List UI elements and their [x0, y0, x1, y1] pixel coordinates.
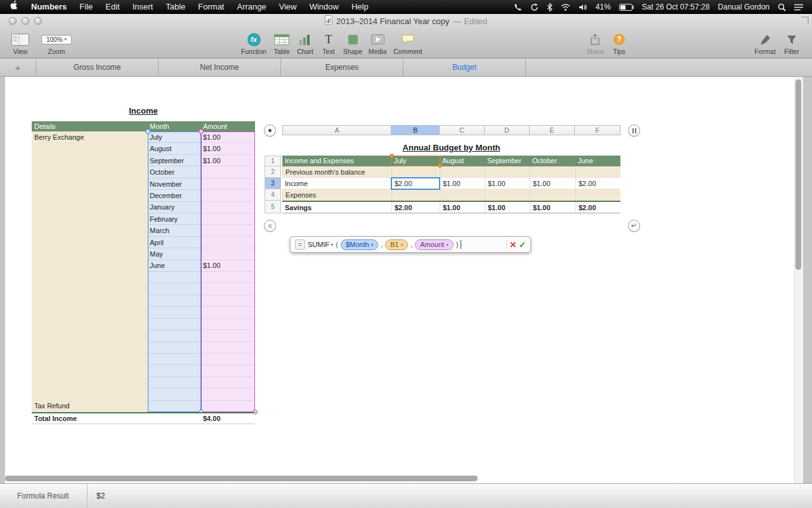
menu-insert[interactable]: Insert [126, 0, 160, 14]
header-month[interactable]: Month [148, 121, 201, 131]
column-ref-c[interactable]: C [440, 126, 485, 135]
cell-b5[interactable]: $2.00 [391, 202, 440, 213]
formula-grip-icon[interactable]: = [295, 239, 305, 250]
total-label[interactable]: Total Income [32, 413, 148, 424]
tab-net-income[interactable]: Net Income [159, 58, 281, 76]
cell-c3[interactable]: $1.00 [440, 178, 485, 189]
text-button[interactable]: T Text [317, 32, 340, 55]
menu-file[interactable]: File [73, 0, 99, 14]
zoom-control[interactable]: 100% ▾ Zoom [39, 32, 74, 55]
window-resize-grip[interactable] [801, 17, 809, 24]
cell-details[interactable] [32, 225, 148, 236]
tab-expenses[interactable]: Expenses [281, 58, 403, 76]
cell-details[interactable] [32, 260, 148, 271]
column-ref-e[interactable]: E [530, 126, 575, 135]
cell-details[interactable]: Tax Refund [32, 400, 148, 411]
row-ref-4[interactable]: 4 [265, 189, 280, 201]
zoom-window-button[interactable] [34, 17, 42, 25]
menu-arrange[interactable]: Arrange [230, 0, 272, 14]
cell-d4[interactable] [485, 189, 530, 201]
formula-editor[interactable]: = SUMIF ▾ ( $Month ▾ , B1 ▾ , Amount ▾ )… [290, 236, 531, 253]
cell-a3[interactable]: Income [282, 178, 391, 189]
menu-table[interactable]: Table [159, 0, 192, 14]
tab-budget[interactable]: Budget [403, 58, 526, 76]
cell-e5[interactable]: $1.00 [530, 202, 575, 213]
header-details[interactable]: Details [32, 121, 148, 131]
cell-details[interactable] [32, 201, 148, 213]
row-ref-5[interactable]: 5 [265, 201, 280, 213]
cell-details[interactable] [32, 166, 148, 178]
battery-icon[interactable] [619, 4, 634, 11]
shape-button[interactable]: Shape [340, 32, 365, 55]
reference-handle[interactable] [438, 163, 442, 168]
horizontal-scrollbar-thumb[interactable] [5, 476, 478, 481]
cell-e1[interactable]: October [530, 156, 575, 166]
cell-b2[interactable] [391, 166, 440, 177]
menu-edit[interactable]: Edit [99, 0, 126, 14]
menu-format[interactable]: Format [192, 0, 230, 14]
chart-button[interactable]: Chart [293, 32, 317, 55]
cell-c2[interactable] [440, 166, 485, 177]
formula-arg-b1[interactable]: B1 ▾ [385, 239, 408, 250]
cell-f1[interactable]: June [575, 156, 620, 166]
total-amount[interactable]: $4.00 [201, 413, 255, 424]
function-button[interactable]: fx Function [239, 32, 268, 55]
accept-formula-button[interactable]: ✓ [519, 240, 526, 250]
format-button[interactable]: Format [750, 32, 780, 55]
cell-a5[interactable]: Savings [282, 202, 391, 213]
menu-window[interactable]: Window [303, 0, 345, 14]
volume-icon[interactable] [579, 4, 587, 11]
media-button[interactable]: Media [365, 32, 390, 55]
cell-a1[interactable]: Income and Expenses [282, 156, 391, 166]
cancel-formula-button[interactable]: ✕ [509, 240, 516, 250]
cell-c5[interactable]: $1.00 [440, 202, 485, 213]
formula-result-label[interactable]: Formula Result [17, 491, 69, 500]
app-menu-numbers[interactable]: Numbers [25, 0, 73, 14]
table-handle-button[interactable] [264, 124, 276, 137]
cell-e3[interactable]: $1.00 [530, 178, 575, 189]
return-handle-button[interactable]: ↵ [628, 220, 640, 232]
cell-e4[interactable] [530, 189, 575, 201]
cell-details[interactable] [32, 237, 148, 248]
column-ref-b[interactable]: B [391, 126, 440, 135]
formula-arg-amount[interactable]: Amount ▾ [415, 239, 453, 250]
column-ref-d[interactable]: D [485, 126, 530, 135]
reference-handle[interactable] [390, 154, 394, 158]
selection-handle[interactable] [199, 129, 204, 134]
pause-handle-button[interactable] [628, 124, 640, 137]
cell-a2[interactable]: Previous month's balance [282, 166, 391, 177]
cell-d2[interactable] [485, 166, 530, 177]
cell-details[interactable] [32, 143, 148, 154]
cell-details[interactable] [32, 178, 148, 190]
view-button[interactable]: View [6, 32, 34, 55]
cell-d3[interactable]: $1.00 [485, 178, 530, 189]
cell-f3[interactable]: $2.00 [575, 178, 620, 189]
selection-handle[interactable] [145, 129, 150, 134]
zoom-dropdown[interactable]: 100% ▾ [41, 35, 72, 44]
minimize-button[interactable] [22, 17, 29, 25]
column-ref-f[interactable]: F [575, 126, 620, 135]
menu-clock[interactable]: Sat 26 Oct 07:57:28 [642, 3, 710, 11]
formula-arg-month[interactable]: $Month ▾ [341, 239, 378, 250]
notification-center-icon[interactable] [794, 4, 803, 11]
cell-c4[interactable] [440, 189, 485, 201]
bluetooth-icon[interactable] [547, 3, 553, 11]
cell-details[interactable] [32, 248, 148, 260]
cell-f4[interactable] [575, 189, 620, 201]
sync-icon[interactable] [530, 3, 539, 11]
cell-b4[interactable] [391, 189, 440, 201]
cell-c1[interactable]: August [440, 156, 485, 166]
comment-button[interactable]: Comment [390, 32, 426, 55]
total-month-cell[interactable] [148, 413, 201, 424]
share-button[interactable]: Share [581, 32, 609, 55]
cell-details[interactable] [32, 190, 148, 201]
header-amount[interactable]: Amount [201, 121, 255, 131]
close-button[interactable] [9, 17, 16, 25]
wifi-icon[interactable] [561, 4, 570, 11]
spotlight-icon[interactable] [778, 3, 786, 11]
cell-details[interactable] [32, 213, 148, 225]
menu-view[interactable]: View [273, 0, 303, 14]
cell-d1[interactable]: September [485, 156, 530, 166]
cell-details[interactable] [32, 155, 148, 166]
cell-f5[interactable]: $2.00 [575, 202, 620, 213]
